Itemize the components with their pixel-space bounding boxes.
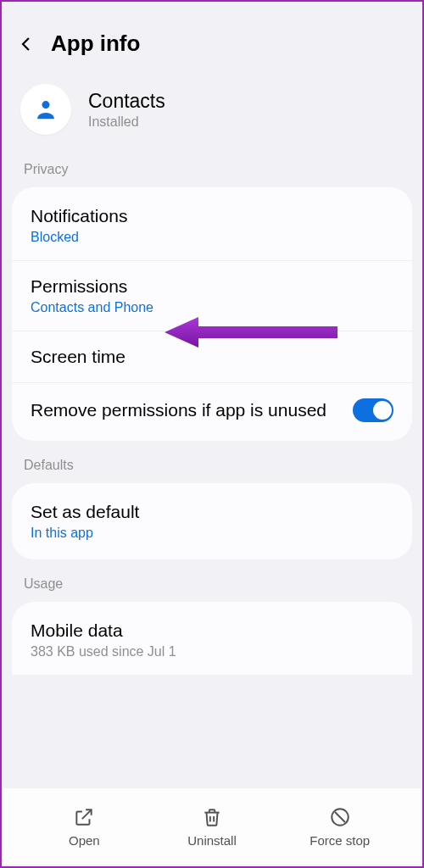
- permissions-sub: Contacts and Phone: [31, 300, 393, 315]
- uninstall-label: Uninstall: [187, 833, 237, 848]
- app-status: Installed: [88, 114, 165, 130]
- svg-line-2: [335, 812, 345, 822]
- section-privacy-label: Privacy: [12, 157, 412, 187]
- mobile-data-title: Mobile data: [31, 620, 393, 641]
- app-name: Contacts: [88, 90, 165, 113]
- set-default-sub: In this app: [31, 526, 393, 541]
- back-button[interactable]: [17, 35, 36, 53]
- forcestop-label: Force stop: [310, 833, 370, 848]
- privacy-card: Notifications Blocked Permissions Contac…: [12, 187, 412, 441]
- stop-icon: [329, 806, 351, 828]
- force-stop-button[interactable]: Force stop: [276, 806, 404, 848]
- mobile-data-sub: 383 KB used since Jul 1: [31, 644, 393, 659]
- row-notifications[interactable]: Notifications Blocked: [12, 191, 412, 260]
- defaults-card: Set as default In this app: [12, 483, 412, 559]
- screentime-title: Screen time: [31, 347, 393, 367]
- trash-icon: [201, 806, 223, 828]
- bottom-bar: Open Uninstall Force stop: [3, 788, 421, 865]
- open-label: Open: [69, 833, 100, 848]
- open-icon: [73, 806, 95, 828]
- page-title: App info: [51, 31, 140, 57]
- section-defaults-label: Defaults: [12, 453, 412, 483]
- remove-perms-title: Remove permissions if app is unused: [31, 400, 353, 420]
- row-set-as-default[interactable]: Set as default In this app: [12, 487, 412, 556]
- notifications-sub: Blocked: [31, 230, 393, 245]
- row-permissions[interactable]: Permissions Contacts and Phone: [12, 260, 412, 331]
- section-usage-label: Usage: [12, 571, 412, 602]
- row-screen-time[interactable]: Screen time: [12, 331, 412, 382]
- notifications-title: Notifications: [31, 206, 393, 226]
- app-icon: [20, 84, 71, 135]
- remove-perms-toggle[interactable]: [353, 398, 393, 422]
- permissions-title: Permissions: [31, 276, 393, 297]
- svg-point-0: [42, 101, 49, 108]
- row-mobile-data[interactable]: Mobile data 383 KB used since Jul 1: [12, 605, 412, 675]
- open-button[interactable]: Open: [20, 806, 148, 848]
- set-default-title: Set as default: [31, 502, 393, 522]
- app-header: Contacts Installed: [12, 81, 412, 157]
- usage-card: Mobile data 383 KB used since Jul 1: [12, 602, 412, 675]
- uninstall-button[interactable]: Uninstall: [148, 806, 276, 848]
- row-remove-permissions[interactable]: Remove permissions if app is unused: [12, 382, 412, 437]
